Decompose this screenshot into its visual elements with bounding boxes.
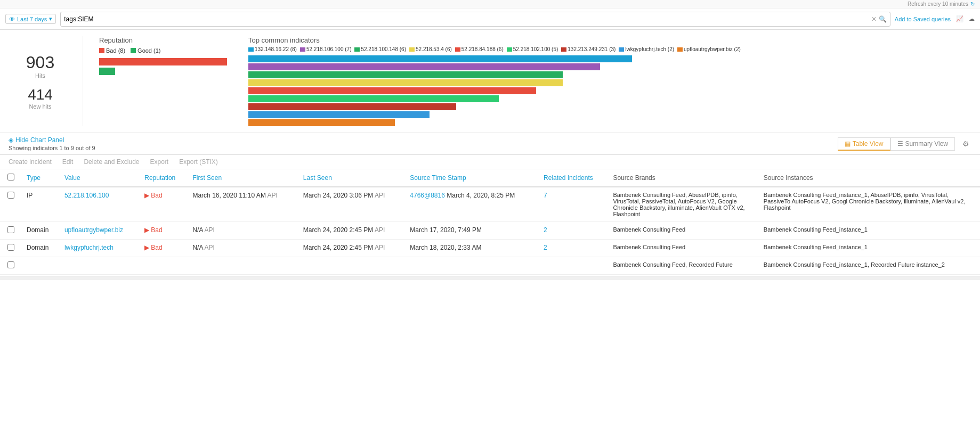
value-column-header[interactable]: Value: [59, 169, 139, 187]
delete-exclude-button[interactable]: Delete and Exclude: [84, 158, 139, 166]
ti-dot-8: [677, 47, 683, 52]
chart-info-row: ◈ Hide Chart Panel Showing indicators 1 …: [0, 133, 980, 155]
row-value-2[interactable]: upfloautrgybwper.biz: [59, 222, 139, 240]
row-checkbox-4[interactable]: [7, 261, 14, 268]
row-reputation-4: [139, 257, 187, 275]
ti-bar-2: [248, 71, 563, 78]
row-reputation-3: ▶ Bad: [139, 240, 187, 257]
ti-bars: [248, 55, 966, 126]
row-source-brands-3: Bambenek Consulting Feed: [608, 240, 758, 257]
row-checkbox-1[interactable]: [7, 192, 14, 199]
export-stix-button[interactable]: Export (STIX): [179, 158, 218, 166]
row-checkbox-3[interactable]: [7, 244, 14, 251]
select-all-header[interactable]: [0, 169, 21, 187]
row-reputation-1: ▶ Bad: [139, 187, 187, 222]
row-source-brands-1: Bambenek Consulting Feed, AbuseIPDB, ipi…: [608, 187, 758, 222]
horizontal-scrollbar[interactable]: [0, 276, 980, 280]
related-incidents-link-2[interactable]: 2: [544, 226, 547, 234]
ti-bar-row-6: [248, 103, 966, 110]
row-checkbox-col-3[interactable]: [0, 240, 21, 257]
row-last-seen-1: March 24, 2020 3:06 PM API: [298, 187, 404, 222]
row-checkbox-col-4[interactable]: [0, 257, 21, 275]
table-view-label: Table View: [853, 140, 884, 147]
ti-dot-5: [507, 47, 512, 52]
value-link-3[interactable]: lwkgypfuchrj.tech: [64, 244, 114, 251]
table-container: Type Value Reputation First Seen Last Se…: [0, 169, 980, 275]
row-related-incidents-3[interactable]: 2: [538, 240, 608, 257]
last-seen-column-header[interactable]: Last Seen: [298, 169, 404, 187]
ti-bar-row-8: [248, 119, 966, 126]
seen-filter[interactable]: 👁 Last 7 days ▾: [5, 14, 56, 24]
ti-bar-row-0: [248, 55, 966, 62]
hide-chart-button[interactable]: ◈ Hide Chart Panel: [9, 136, 95, 144]
summary-view-tab[interactable]: ☰ Summary View: [890, 137, 955, 151]
ti-label-8: upfloautrgybwper.biz (2): [684, 46, 741, 52]
table-row: Domain lwkgypfuchrj.tech ▶ Bad N/A API M…: [0, 240, 980, 257]
row-source-instances-4: Bambenek Consulting Feed_instance_1, Rec…: [758, 257, 980, 275]
hits-panel: 903 Hits 414 New hits: [9, 36, 83, 126]
bad-triangle-3: ▶: [144, 244, 149, 251]
row-value-3[interactable]: lwkgypfuchrj.tech: [59, 240, 139, 257]
rep-good-dot: [131, 48, 136, 53]
refresh-icon[interactable]: ↻: [970, 1, 975, 7]
row-last-seen-3: March 24, 2020 2:45 PM API: [298, 240, 404, 257]
bad-label-3: ▶ Bad: [144, 244, 182, 251]
ti-label-0: 132.148.16.22 (8): [255, 46, 297, 52]
cloud-upload-icon[interactable]: ☁: [969, 15, 975, 22]
row-related-incidents-2[interactable]: 2: [538, 222, 608, 240]
reputation-panel: Reputation Bad (8) Good (1): [94, 36, 232, 126]
row-checkbox-col-2[interactable]: [0, 222, 21, 240]
chart-icon: 📈: [956, 15, 963, 22]
hits-number: 903: [26, 53, 54, 72]
edit-button[interactable]: Edit: [62, 158, 74, 166]
settings-gear-icon[interactable]: ⚙: [960, 137, 971, 150]
ti-bar-6: [248, 103, 456, 110]
ti-bar-row-5: [248, 95, 966, 102]
ti-bar-row-3: [248, 79, 966, 86]
ti-dot-7: [619, 47, 624, 52]
row-source-brands-2: Bambenek Consulting Feed: [608, 222, 758, 240]
row-related-incidents-1[interactable]: 7: [538, 187, 608, 222]
ti-dot-6: [561, 47, 566, 52]
rep-bars: [99, 58, 227, 75]
search-input[interactable]: [64, 15, 871, 23]
first-seen-column-header[interactable]: First Seen: [187, 169, 297, 187]
value-link-1[interactable]: 52.218.106.100: [64, 192, 109, 199]
charts-panel: 903 Hits 414 New hits Reputation Bad (8)…: [0, 30, 980, 133]
ti-legend-2: 52.218.100.148 (6): [354, 46, 406, 52]
rep-bar-bad-row: [99, 58, 227, 65]
ti-bar-0: [248, 55, 632, 62]
related-incidents-link-1[interactable]: 7: [544, 192, 547, 199]
rep-bad-dot: [99, 48, 104, 53]
ti-bar-row-7: [248, 111, 966, 118]
source-ts-link-1[interactable]: 4766@8816: [410, 192, 445, 199]
source-timestamp-column-header[interactable]: Source Time Stamp: [404, 169, 538, 187]
rep-good-legend: Good (1): [131, 47, 160, 54]
table-view-tab[interactable]: ▦ Table View: [838, 137, 890, 151]
row-checkbox-2[interactable]: [7, 226, 14, 233]
ti-dot-1: [300, 47, 305, 52]
search-icon[interactable]: 🔍: [879, 15, 887, 23]
summary-view-label: Summary View: [905, 140, 948, 147]
export-button[interactable]: Export: [150, 158, 168, 166]
row-first-seen-2: N/A API: [187, 222, 297, 240]
clear-icon[interactable]: ✕: [871, 15, 877, 23]
ti-bar-4: [248, 87, 536, 94]
rep-bar-bad: [99, 58, 227, 65]
hits-label: Hits: [35, 72, 45, 79]
reputation-column-header[interactable]: Reputation: [139, 169, 187, 187]
type-column-header[interactable]: Type: [21, 169, 59, 187]
related-incidents-link-3[interactable]: 2: [544, 244, 547, 251]
ti-bar-row-4: [248, 87, 966, 94]
add-saved-queries-link[interactable]: Add to Saved queries: [895, 16, 951, 22]
bad-triangle-2: ▶: [144, 226, 149, 234]
row-checkbox-col-1[interactable]: [0, 187, 21, 222]
related-incidents-column-header[interactable]: Related Incidents: [538, 169, 608, 187]
value-link-2[interactable]: upfloautrgybwper.biz: [64, 226, 123, 234]
create-incident-button[interactable]: Create incident: [9, 158, 52, 166]
rep-good-label: Good (1): [137, 47, 160, 54]
select-all-checkbox[interactable]: [7, 174, 14, 180]
row-value-1[interactable]: 52.218.106.100: [59, 187, 139, 222]
rep-bad-label: Bad (8): [106, 47, 125, 54]
ti-label-3: 52.218.53.4 (6): [416, 46, 452, 52]
